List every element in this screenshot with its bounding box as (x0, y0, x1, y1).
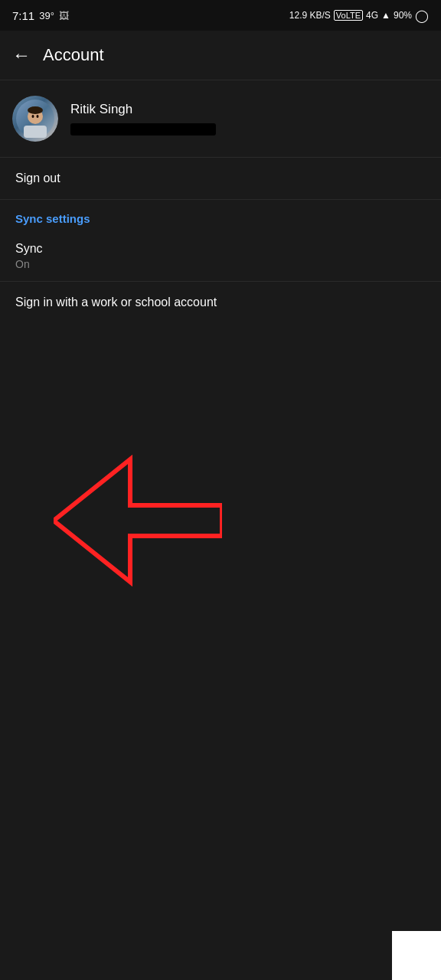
status-right: 12.9 KB/S VoLTE 4G ▲ 90% ◯ (289, 8, 429, 23)
network-speed: 12.9 KB/S (289, 10, 331, 21)
sync-label: Sync (15, 242, 426, 256)
sync-settings-header: Sync settings (0, 200, 441, 231)
signal-bars-icon: ▲ (381, 10, 390, 21)
svg-marker-6 (54, 459, 222, 582)
avatar (12, 96, 58, 142)
battery-percent: 90% (394, 10, 412, 21)
avatar-svg (16, 100, 54, 138)
annotation-arrow (54, 444, 222, 597)
svg-point-4 (32, 115, 34, 118)
svg-rect-1 (24, 126, 47, 138)
user-email-redacted (70, 123, 216, 136)
svg-point-3 (28, 106, 43, 114)
bottom-corner-square (392, 931, 441, 980)
image-icon: 🖼 (59, 10, 69, 21)
sync-value: On (15, 258, 426, 270)
back-button[interactable]: ← (12, 46, 31, 64)
user-section: Ritik Singh (0, 80, 441, 157)
work-school-button[interactable]: Sign in with a work or school account (0, 281, 441, 323)
page-title: Account (43, 45, 104, 65)
status-left: 7:11 39° 🖼 (12, 9, 69, 22)
svg-point-5 (37, 115, 39, 118)
user-info: Ritik Singh (70, 102, 216, 136)
status-time: 7:11 (12, 9, 34, 22)
volte-icon: VoLTE (334, 10, 363, 21)
battery-icon: ◯ (415, 8, 429, 23)
status-bar: 7:11 39° 🖼 12.9 KB/S VoLTE 4G ▲ 90% ◯ (0, 0, 441, 31)
signal-4g-icon: 4G (366, 10, 378, 21)
sync-item[interactable]: Sync On (0, 231, 441, 281)
top-app-bar: ← Account (0, 31, 441, 80)
user-name: Ritik Singh (70, 102, 216, 117)
sign-out-button[interactable]: Sign out (0, 158, 441, 199)
status-temp: 39° (39, 10, 54, 21)
avatar-image (12, 96, 58, 142)
